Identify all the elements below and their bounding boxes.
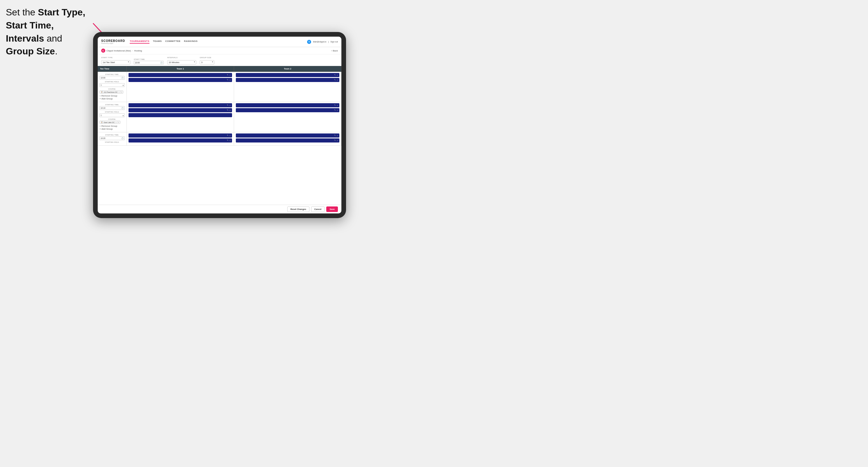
course-edit-2[interactable]: ✎ [118, 121, 119, 123]
nav-rankings[interactable]: RANKINGS [184, 40, 198, 43]
player-row-2-2: ✎ × [236, 78, 339, 82]
course-remove-1[interactable]: × [119, 91, 120, 93]
starting-time-label-1: STARTING TIME: [99, 73, 125, 75]
player-edit-6-1[interactable]: ✎ [334, 134, 336, 137]
intervals-label: Intervals [167, 57, 196, 58]
player-edit-2-1[interactable]: ✎ [334, 74, 336, 76]
instruction-start-type: Start Type, [38, 7, 85, 18]
starting-hole-wrapper-2: 110 [99, 114, 125, 117]
table-header: Tee Time Team 1 Team 2 [98, 66, 341, 72]
player-row-4-1: ✎ × [236, 103, 339, 107]
course-label-1: COURSE: [99, 88, 125, 90]
course-remove-2[interactable]: × [116, 122, 117, 123]
instruction-prefix: Set the [6, 7, 38, 18]
starting-time-input-1[interactable] [99, 76, 125, 80]
breadcrumb-status: Hosting [134, 50, 142, 52]
breadcrumb: C Clippd Invitational (Mar) › Hosting [101, 49, 142, 53]
add-group-2[interactable]: + Add Group [99, 128, 125, 130]
cancel-button[interactable]: Cancel [311, 207, 325, 212]
starting-time-input-2[interactable] [99, 106, 125, 110]
player-row-6-2: ✎ × [236, 138, 339, 143]
footer-bar: Reset Changes Cancel Save [98, 205, 341, 213]
player-remove-4-1[interactable]: × [337, 104, 338, 106]
course-name-2: East Lake GC [104, 122, 115, 123]
player-edit-5-1[interactable]: ✎ [227, 134, 228, 137]
th-team2: Team 2 [234, 66, 341, 71]
group-size-select[interactable]: 3 2 4 [200, 60, 214, 65]
reset-changes-button[interactable]: Reset Changes [287, 207, 309, 212]
player-edit-2-2[interactable]: ✎ [334, 79, 336, 81]
player-edit-3-2[interactable]: ✎ [227, 109, 228, 112]
starting-time-label-2: STARTING TIME: [99, 104, 125, 105]
start-type-group: Start Type 1st Tee Start Shotgun Start [101, 57, 130, 65]
remove-group-1[interactable]: ○ Remove Group [99, 94, 125, 97]
player-row-3-2: ✎ × [128, 108, 232, 112]
team2-cell-3: ✎ × ✎ × [234, 132, 341, 146]
starting-hole-label-2: STARTING HOLE: [99, 111, 125, 113]
player-edit-1-1[interactable]: ✎ [227, 74, 228, 76]
player-remove-3-2[interactable]: × [229, 109, 230, 112]
intervals-select-wrapper: 10 Minutes 8 Minutes 12 Minutes [167, 59, 196, 65]
player-remove-6-2[interactable]: × [337, 139, 338, 142]
sign-out-link[interactable]: Sign out [330, 41, 338, 43]
course-edit-1[interactable]: ✎ [120, 91, 122, 93]
tee-sheet-table: Tee Time Team 1 Team 2 STARTING TIME: 🕐 … [98, 66, 341, 205]
starting-hole-select-1[interactable]: 110 [99, 83, 125, 87]
player-remove-2-2[interactable]: × [337, 79, 338, 81]
instruction-and: and [44, 33, 62, 43]
player-remove-5-1[interactable]: × [229, 135, 230, 137]
logo-sub: Powered by clippd [101, 42, 125, 44]
clock-icon-3: 🕐 [121, 137, 124, 139]
intervals-select[interactable]: 10 Minutes 8 Minutes 12 Minutes [167, 60, 196, 65]
team1-cell-1: ✎ × ✎ × [127, 72, 234, 102]
logo-text: SCOREBOARD [101, 39, 125, 42]
starting-hole-select-2[interactable]: 110 [99, 114, 125, 117]
nav-committee[interactable]: COMMITTEE [165, 40, 181, 43]
group-size-group: Group Size 3 2 4 [200, 57, 214, 65]
player-remove-1-2[interactable]: × [229, 79, 230, 81]
add-icon-1: + [99, 97, 101, 100]
player-remove-3-1[interactable]: × [229, 104, 230, 106]
nav-tournaments[interactable]: TOURNAMENTS [130, 40, 150, 43]
nav-teams[interactable]: TEAMS [153, 40, 162, 43]
controls-row: Start Type 1st Tee Start Shotgun Start S… [98, 54, 341, 66]
player-remove-4-2[interactable]: × [337, 109, 338, 112]
player-remove-1-1[interactable]: × [229, 74, 230, 76]
start-type-select[interactable]: 1st Tee Start Shotgun Start [101, 60, 130, 65]
player-edit-4-2[interactable]: ✎ [334, 109, 336, 112]
instruction-intervals: Intervals [6, 33, 44, 43]
user-avatar: B [307, 40, 311, 44]
player-edit-6-2[interactable]: ✎ [334, 139, 336, 142]
player-edit-1-2[interactable]: ✎ [227, 79, 228, 81]
tee-time-cell-1: STARTING TIME: 🕐 STARTING HOLE: 110 COUR… [98, 72, 127, 102]
intervals-group: Intervals 10 Minutes 8 Minutes 12 Minute… [167, 57, 196, 65]
instruction-period: . [55, 46, 58, 56]
empty-slot-3 [128, 113, 232, 117]
start-type-label: Start Type [101, 57, 130, 58]
th-tee-time: Tee Time [98, 66, 127, 71]
player-row-3-1: ✎ × [128, 103, 232, 107]
add-icon-2: + [99, 128, 101, 130]
team2-cell-2: ✎ × ✎ × [234, 102, 341, 132]
back-button[interactable]: ‹ Back [331, 50, 338, 52]
starting-time-input-wrapper-3: 🕐 [99, 136, 125, 140]
start-time-input[interactable] [134, 61, 164, 65]
start-type-select-wrapper: 1st Tee Start Shotgun Start [101, 59, 130, 65]
group-size-label: Group Size [200, 57, 214, 58]
starting-hole-label-1: STARTING HOLE: [99, 81, 125, 83]
player-remove-6-1[interactable]: × [337, 135, 338, 137]
player-edit-4-1[interactable]: ✎ [334, 104, 336, 106]
player-edit-5-2[interactable]: ✎ [227, 139, 228, 142]
starting-time-input-3[interactable] [99, 136, 125, 140]
player-remove-2-1[interactable]: × [337, 74, 338, 76]
player-row-1-2: ✎ × [128, 78, 232, 82]
player-remove-5-2[interactable]: × [229, 139, 230, 142]
save-button[interactable]: Save [326, 207, 338, 212]
remove-group-2[interactable]: ○ Remove Group [99, 125, 125, 127]
player-row-1-1: ✎ × [128, 73, 232, 77]
player-row-6-1: ✎ × [236, 133, 339, 137]
add-group-1[interactable]: + Add Group [99, 97, 125, 100]
player-edit-3-1[interactable]: ✎ [227, 104, 228, 106]
player-row-4-2: ✎ × [236, 108, 339, 112]
starting-hole-label-3: STARTING HOLE: [99, 141, 125, 143]
